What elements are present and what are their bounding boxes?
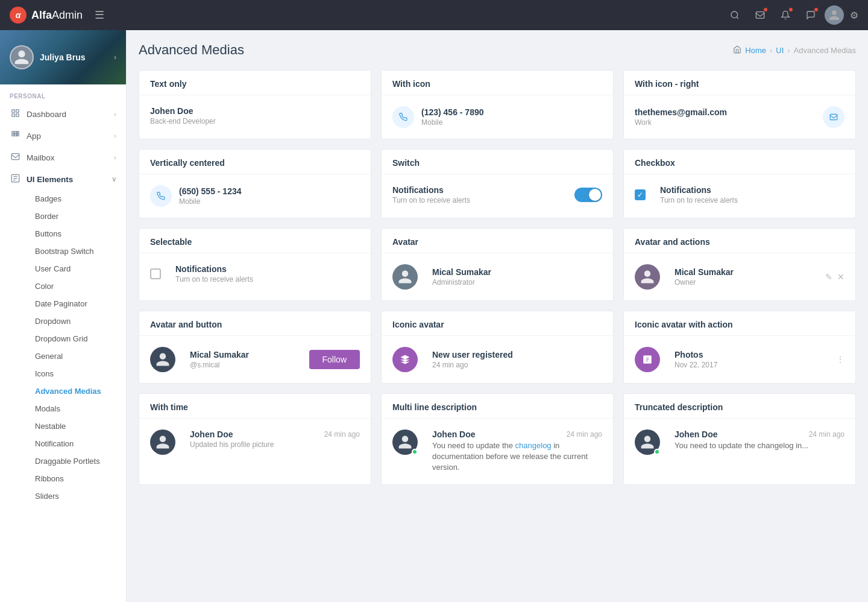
card-avatar-actions-body: Mical Sumakar Owner ✎ ✕	[624, 253, 855, 300]
chat-button[interactable]	[799, 4, 822, 27]
sidebar-item-ribbons[interactable]: Ribbons	[18, 470, 126, 487]
top-navigation: α AlfaAdmin ☰ ⚙	[0, 0, 868, 30]
sidebar-item-mailbox[interactable]: Mailbox ›	[0, 147, 126, 168]
logo[interactable]: α AlfaAdmin	[10, 7, 83, 24]
multi-line-description: You need to update the changelog in docu…	[432, 440, 602, 474]
checkbox-checked[interactable]: ✓	[635, 189, 646, 200]
sidebar-item-badges[interactable]: Badges	[18, 190, 126, 208]
email-button[interactable]	[749, 4, 772, 27]
svg-rect-11	[17, 134, 19, 136]
sidebar-item-icons[interactable]: Icons	[18, 365, 126, 382]
close-icon[interactable]: ✕	[837, 272, 844, 282]
card-selectable: Selectable Notifications Turn on to rece…	[139, 228, 371, 301]
card-truncated: Truncated description Johen Doe	[623, 393, 856, 485]
sidebar-item-nestable[interactable]: Nestable	[18, 417, 126, 435]
sidebar-item-bootstrap-switch[interactable]: Bootstrap Switch	[18, 242, 126, 260]
iconic-avatar-label: New user registered	[432, 350, 513, 360]
sidebar-item-advanced-medias[interactable]: Advanced Medias	[18, 382, 126, 400]
card-text-only-body: Johen Doe Back-end Developer	[139, 95, 371, 136]
card-with-time: With time Johen Doe 24 min ago Updated h…	[139, 393, 371, 485]
card-vertically-centered-body: (650) 555 - 1234 Mobile	[139, 174, 371, 218]
card-truncated-header: Truncated description	[624, 394, 855, 419]
sidebar-item-date-paginator[interactable]: Date Paginator	[18, 295, 126, 312]
breadcrumb-ui[interactable]: UI	[776, 46, 784, 55]
dashboard-icon	[10, 109, 20, 119]
sidebar-item-user-card[interactable]: User Card	[18, 260, 126, 277]
sidebar-item-dropdown-grid[interactable]: Dropdown Grid	[18, 330, 126, 347]
card-with-time-body: Johen Doe 24 min ago Updated his profile…	[139, 419, 371, 466]
iconic-avatar-icon	[392, 347, 418, 372]
sidebar-item-color[interactable]: Color	[18, 277, 126, 295]
card-avatar-actions-header: Avatar and actions	[624, 229, 855, 253]
multi-line-time: 24 min ago	[567, 430, 602, 439]
vc-phone: (650) 555 - 1234	[179, 186, 242, 196]
card-avatar-button-header: Avatar and button	[139, 311, 371, 336]
sidebar-item-modals[interactable]: Modals	[18, 400, 126, 417]
selectable-sublabel: Turn on to receive alerts	[175, 275, 253, 284]
user-avatar[interactable]	[825, 5, 844, 25]
search-button[interactable]	[723, 4, 746, 27]
label-user-card: User Card	[35, 264, 71, 273]
selectable-label: Notifications	[175, 264, 253, 274]
card-with-icon: With icon (123) 456 - 7890 Mobile	[381, 70, 614, 139]
media-text-multi-line: Johen Doe 24 min ago You need to update …	[432, 429, 602, 474]
bell-button[interactable]	[774, 4, 797, 27]
card-switch-body: Notifications Turn on to receive alerts	[382, 174, 613, 215]
sidebar-item-dropdown[interactable]: Dropdown	[18, 312, 126, 330]
switch-sublabel: Turn on to receive alerts	[392, 196, 470, 204]
hamburger-icon[interactable]: ☰	[95, 8, 104, 22]
settings-icon[interactable]: ⚙	[850, 10, 858, 21]
iconic-avatar-action-label: Photos	[675, 350, 717, 360]
with-icon-phone: (123) 456 - 7890	[421, 107, 484, 117]
card-with-time-header: With time	[139, 394, 371, 419]
media-item-vertically-centered: (650) 555 - 1234 Mobile	[150, 185, 360, 207]
sidebar-item-border[interactable]: Border	[18, 208, 126, 225]
card-avatar-header: Avatar	[382, 229, 613, 253]
checkbox-empty[interactable]	[150, 268, 161, 279]
topnav-icons: ⚙	[723, 4, 858, 27]
toggle-track	[574, 188, 602, 202]
card-iconic-avatar: Iconic avatar New user registered 24 min…	[381, 311, 614, 384]
media-text-avatar-button: Mical Sumakar @s.mical	[190, 350, 249, 369]
follow-button[interactable]: Follow	[309, 350, 360, 369]
card-checkbox-body: ✓ Notifications Turn on to receive alert…	[624, 174, 855, 215]
sidebar-user[interactable]: Juliya Brus ›	[0, 30, 126, 84]
breadcrumb-home[interactable]: Home	[745, 46, 766, 55]
media-item-iconic-avatar: New user registered 24 min ago	[392, 347, 602, 372]
card-iconic-avatar-action-body: Photos Nov 22, 2017 ⋮	[624, 336, 855, 383]
avatar-button-name: Mical Sumakar	[190, 350, 249, 360]
dashboard-chevron: ›	[114, 110, 116, 118]
media-text-avatar: Mical Sumakar Administrator	[432, 267, 491, 287]
breadcrumb-current: Advanced Medias	[794, 46, 856, 55]
card-switch-header: Switch	[382, 150, 613, 174]
label-notification: Notification	[35, 439, 74, 448]
text-only-role: Back-end Developer	[150, 117, 216, 125]
sidebar-item-dashboard[interactable]: Dashboard ›	[0, 103, 126, 125]
card-avatar: Avatar Mical Sumakar Administrator	[381, 228, 614, 301]
toggle-switch[interactable]	[574, 188, 602, 202]
with-time-time: 24 min ago	[324, 430, 360, 439]
card-checkbox: Checkbox ✓ Notifications Turn on to rece…	[623, 149, 856, 218]
sidebar-item-draggable-portlets[interactable]: Draggable Portlets	[18, 452, 126, 470]
sidebar-item-sliders[interactable]: Sliders	[18, 487, 126, 505]
card-with-icon-right-header: With icon - right	[624, 71, 855, 95]
sidebar-item-general[interactable]: General	[18, 347, 126, 365]
breadcrumb: Home › UI › Advanced Medias	[733, 45, 856, 55]
breadcrumb-sep1: ›	[770, 46, 772, 55]
svg-rect-1	[756, 12, 764, 19]
with-icon-right-email: thethemes@gmail.com	[635, 107, 727, 117]
sidebar-item-ui-elements[interactable]: UI Elements ∨	[0, 168, 126, 190]
card-with-icon-right: With icon - right thethemes@gmail.com Wo…	[623, 70, 856, 139]
svg-rect-9	[11, 134, 13, 136]
media-text-text-only: Johen Doe Back-end Developer	[150, 106, 216, 125]
label-general: General	[35, 352, 63, 361]
changelog-link[interactable]: changelog	[515, 441, 552, 450]
sidebar-item-buttons[interactable]: Buttons	[18, 225, 126, 242]
menu-dots-icon[interactable]: ⋮	[836, 355, 844, 364]
edit-icon[interactable]: ✎	[825, 272, 832, 282]
with-icon-type: Mobile	[421, 118, 484, 127]
card-multi-line: Multi line description Johen Doe	[381, 393, 614, 485]
card-iconic-avatar-action-header: Iconic avatar with action	[624, 311, 855, 336]
sidebar-item-app[interactable]: App ›	[0, 125, 126, 147]
sidebar-item-notification[interactable]: Notification	[18, 435, 126, 452]
